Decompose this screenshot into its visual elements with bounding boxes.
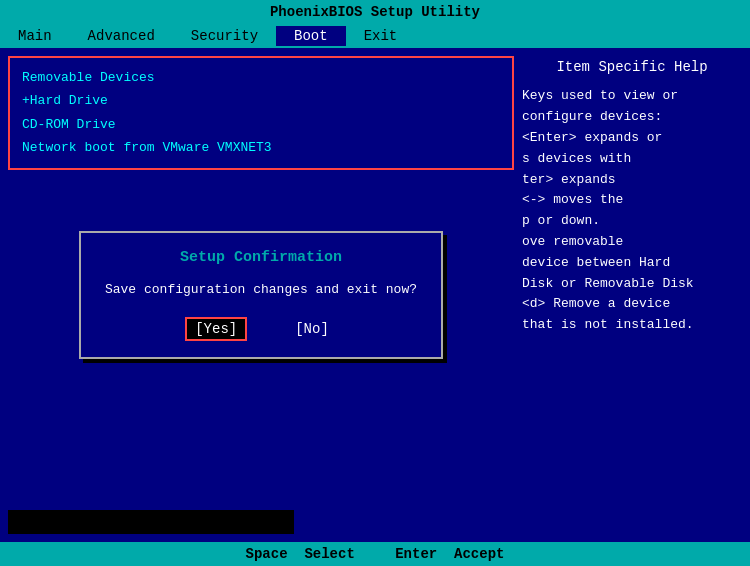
- left-panel: Removable Devices +Hard Drive CD-ROM Dri…: [8, 56, 514, 534]
- status-space: Space Select: [246, 546, 355, 562]
- modal-message: Save configuration changes and exit now?: [105, 282, 417, 297]
- modal-overlay: Setup Confirmation Save configuration ch…: [8, 56, 514, 534]
- modal-dialog: Setup Confirmation Save configuration ch…: [79, 231, 443, 359]
- title-bar: PhoenixBIOS Setup Utility: [0, 0, 750, 24]
- status-enter: Enter Accept: [395, 546, 504, 562]
- help-line-11: that is not installed.: [522, 317, 694, 332]
- menu-boot[interactable]: Boot: [276, 26, 346, 46]
- status-space-action: Select: [304, 546, 354, 562]
- menu-advanced[interactable]: Advanced: [70, 26, 173, 46]
- help-line-8: device between Hard: [522, 255, 670, 270]
- modal-buttons: [Yes] [No]: [105, 317, 417, 341]
- status-enter-action: Accept: [454, 546, 504, 562]
- status-space-key: Space: [246, 546, 288, 562]
- menu-bar: Main Advanced Security Boot Exit: [0, 24, 750, 48]
- modal-title: Setup Confirmation: [105, 249, 417, 266]
- menu-exit[interactable]: Exit: [346, 26, 416, 46]
- help-line-3: s devices with: [522, 151, 631, 166]
- modal-no-button[interactable]: [No]: [287, 317, 337, 341]
- modal-yes-button[interactable]: [Yes]: [185, 317, 247, 341]
- help-line-10: <d> Remove a device: [522, 296, 670, 311]
- menu-main[interactable]: Main: [0, 26, 70, 46]
- help-line-1: configure devices:: [522, 109, 662, 124]
- help-line-4: ter> expands: [522, 172, 616, 187]
- menu-security[interactable]: Security: [173, 26, 276, 46]
- right-panel: Item Specific Help Keys used to view or …: [522, 56, 742, 534]
- status-bar: Space Select Enter Accept: [0, 542, 750, 566]
- bios-screen: PhoenixBIOS Setup Utility Main Advanced …: [0, 0, 750, 566]
- help-line-5: <-> moves the: [522, 192, 623, 207]
- help-text: Keys used to view or configure devices: …: [522, 86, 742, 336]
- help-line-2: <Enter> expands or: [522, 130, 662, 145]
- help-title: Item Specific Help: [522, 56, 742, 78]
- title-text: PhoenixBIOS Setup Utility: [270, 4, 480, 20]
- help-line-0: Keys used to view or: [522, 88, 678, 103]
- help-line-9: Disk or Removable Disk: [522, 276, 694, 291]
- status-enter-key: Enter: [395, 546, 437, 562]
- main-content: Removable Devices +Hard Drive CD-ROM Dri…: [0, 48, 750, 542]
- help-line-6: p or down.: [522, 213, 600, 228]
- help-line-7: ove removable: [522, 234, 623, 249]
